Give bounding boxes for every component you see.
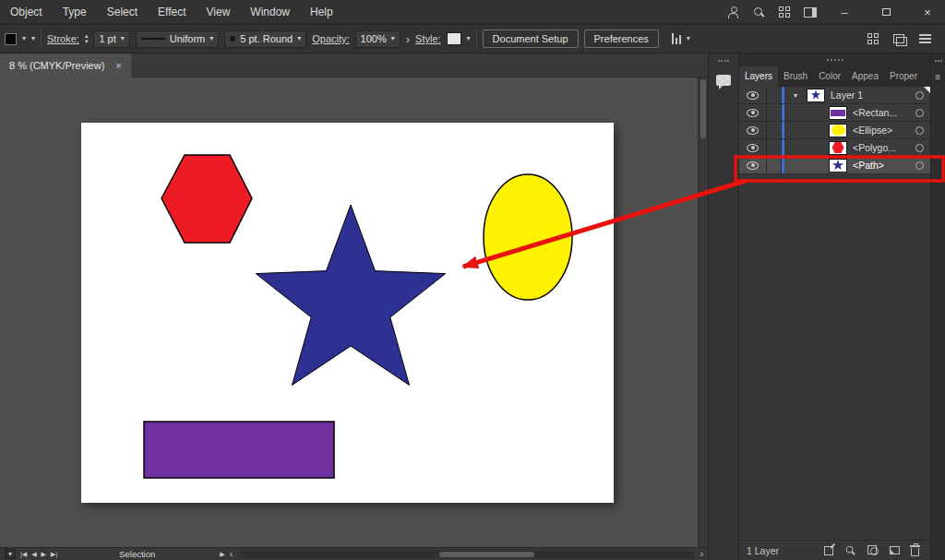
layer-name[interactable]: <Path>	[853, 160, 915, 171]
stepper-down-icon[interactable]: ▾	[85, 39, 89, 44]
layer-thumbnail[interactable]	[829, 159, 847, 173]
opacity-label[interactable]: Opacity:	[312, 33, 349, 44]
preferences-button[interactable]: Preferences	[584, 30, 659, 48]
menu-help[interactable]: Help	[300, 6, 343, 18]
scroll-right-icon[interactable]: ›	[700, 550, 703, 559]
new-layer-icon[interactable]	[890, 546, 900, 554]
width-profile-dropdown[interactable]: Uniform ▾	[136, 30, 220, 48]
rectangle-shape[interactable]	[144, 422, 334, 478]
lock-toggle[interactable]	[767, 87, 782, 103]
ellipse-shape[interactable]	[484, 174, 572, 300]
next-artboard-button[interactable]: ▶	[42, 551, 46, 557]
tab-appearance[interactable]: Appea	[846, 66, 884, 87]
layer-name[interactable]: <Ellipse>	[853, 125, 915, 136]
lock-toggle[interactable]	[767, 122, 782, 138]
stroke-color-dropdown-icon[interactable]: ▾	[31, 35, 35, 42]
menu-effect[interactable]: Effect	[148, 6, 196, 18]
stacked-documents-icon[interactable]	[893, 34, 904, 43]
comments-panel-icon[interactable]	[716, 75, 731, 86]
layer-thumbnail[interactable]	[829, 141, 847, 155]
vertical-scrollbar-thumb[interactable]	[700, 79, 706, 138]
star-shape[interactable]	[256, 205, 445, 385]
layer-thumbnail[interactable]	[807, 89, 825, 102]
search-icon[interactable]	[753, 6, 765, 18]
artboard[interactable]	[81, 123, 614, 503]
scroll-left-icon[interactable]: ‹	[230, 550, 233, 559]
layer-name[interactable]: Layer 1	[831, 89, 915, 101]
target-icon[interactable]	[915, 126, 924, 135]
lock-toggle[interactable]	[767, 104, 782, 121]
layer-row-polygon[interactable]: <Polygo...	[739, 139, 930, 157]
target-icon[interactable]	[915, 109, 924, 117]
layer-row-layer1[interactable]: ▾ Layer 1	[739, 87, 930, 104]
document-tab[interactable]: 8 % (CMYK/Preview) ×	[0, 54, 131, 77]
layer-thumbnail[interactable]	[829, 124, 847, 137]
style-dropdown-icon[interactable]: ▾	[467, 35, 471, 42]
menu-object[interactable]: Object	[0, 6, 53, 18]
last-artboard-button[interactable]: ▶|	[51, 551, 57, 557]
minimize-button[interactable]: –	[831, 0, 858, 25]
align-dropdown-icon[interactable]: ▾	[687, 35, 690, 42]
locate-object-icon[interactable]	[845, 545, 855, 555]
lock-toggle[interactable]	[767, 139, 782, 156]
visibility-toggle[interactable]	[739, 157, 767, 173]
visibility-toggle[interactable]	[739, 139, 767, 156]
menu-view[interactable]: View	[197, 6, 241, 18]
hexagon-shape[interactable]	[161, 155, 252, 243]
layer-thumbnail[interactable]	[829, 106, 847, 120]
visibility-toggle[interactable]	[739, 122, 767, 138]
tab-properties[interactable]: Proper	[884, 66, 923, 87]
close-tab-icon[interactable]: ×	[115, 60, 121, 71]
first-artboard-button[interactable]: |◀	[20, 551, 27, 557]
visibility-toggle[interactable]	[739, 87, 767, 103]
panel-drag-bar[interactable]	[739, 54, 930, 66]
document-setup-button[interactable]: Document Setup	[483, 30, 579, 48]
vertical-scrollbar[interactable]	[698, 77, 708, 547]
strip-gripper-icon[interactable]	[935, 60, 942, 62]
layer-row-rectangle[interactable]: <Rectan...	[739, 104, 930, 122]
menu-select[interactable]: Select	[97, 6, 148, 18]
layer-name[interactable]: <Polygo...	[853, 142, 915, 153]
target-icon[interactable]	[915, 161, 924, 170]
panel-menu-icon[interactable]: ≡	[936, 72, 941, 82]
delete-icon[interactable]	[911, 548, 919, 556]
visibility-toggle[interactable]	[739, 104, 767, 121]
target-icon[interactable]	[915, 144, 924, 152]
opacity-panel-arrow-icon[interactable]: ›	[406, 32, 410, 46]
arrange-documents-icon[interactable]	[779, 6, 790, 18]
prev-artboard-button[interactable]: ◀	[31, 551, 36, 557]
horizontal-scrollbar[interactable]	[239, 551, 694, 558]
canvas[interactable]	[0, 77, 698, 547]
lock-toggle[interactable]	[767, 157, 782, 173]
align-icon[interactable]	[672, 33, 681, 44]
zoom-dropdown[interactable]: ▾	[5, 549, 16, 559]
tab-layers[interactable]: Layers	[739, 66, 778, 87]
layer-name[interactable]: <Rectan...	[853, 107, 915, 118]
menu-window[interactable]: Window	[240, 6, 300, 18]
tab-color[interactable]: Color	[813, 66, 846, 87]
list-view-icon[interactable]	[919, 34, 931, 43]
style-swatch[interactable]	[447, 32, 461, 45]
expand-chevron-icon[interactable]: ▾	[784, 91, 807, 100]
brush-dropdown[interactable]: 5 pt. Round ▾	[224, 30, 306, 48]
fill-dropdown-icon[interactable]: ▾	[22, 35, 26, 42]
stroke-weight-stepper[interactable]: ▴ ▾	[85, 33, 89, 44]
close-button[interactable]: ×	[914, 0, 941, 25]
clipping-mask-icon[interactable]	[867, 545, 879, 555]
collect-for-export-icon[interactable]	[824, 546, 833, 555]
workspace-switcher-icon[interactable]	[804, 7, 817, 18]
horizontal-scrollbar-thumb[interactable]	[439, 552, 534, 557]
maximize-button[interactable]	[872, 0, 900, 25]
target-icon[interactable]	[915, 91, 924, 100]
stroke-label[interactable]: Stroke:	[47, 33, 79, 44]
share-icon[interactable]	[727, 6, 739, 18]
stroke-weight-field[interactable]: 1 pt ▾	[93, 30, 129, 48]
layer-row-ellipse[interactable]: <Ellipse>	[739, 122, 930, 139]
opacity-field[interactable]: 100% ▾	[355, 30, 401, 48]
status-menu-icon[interactable]: ▶	[220, 551, 224, 557]
dock-gripper[interactable]	[718, 60, 729, 62]
menu-type[interactable]: Type	[53, 6, 97, 18]
fill-color-swatch[interactable]	[5, 33, 17, 45]
tab-brushes[interactable]: Brush	[778, 66, 813, 87]
layer-row-path[interactable]: <Path>	[739, 157, 930, 174]
